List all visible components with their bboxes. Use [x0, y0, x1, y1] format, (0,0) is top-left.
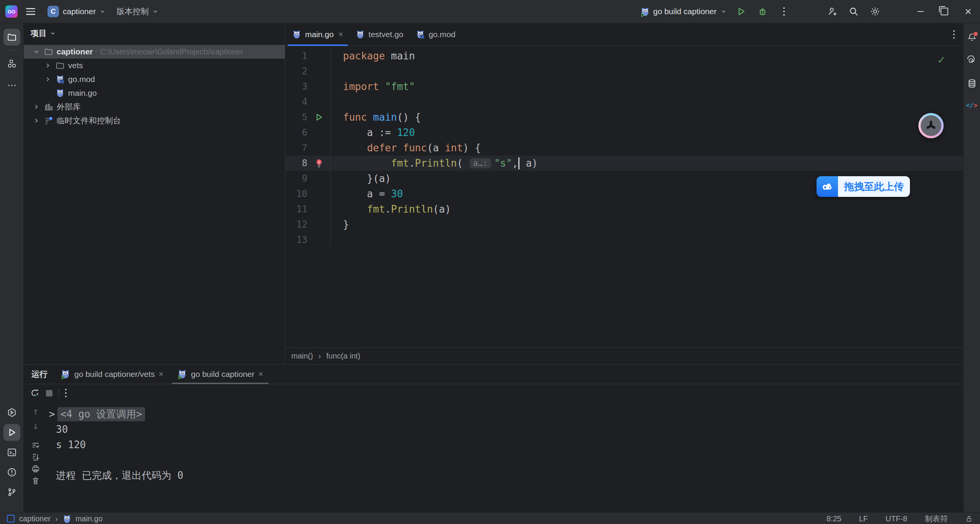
- gutter-run-icon[interactable]: [307, 113, 330, 122]
- close-tab-icon[interactable]: ×: [338, 29, 343, 39]
- breadcrumb-item[interactable]: func(a int): [326, 352, 360, 360]
- ai-assistant-button[interactable]: [967, 56, 977, 66]
- clear-console-button[interactable]: [31, 476, 40, 485]
- divider: [7, 50, 17, 51]
- code-line-7[interactable]: 7 defer func(a int) {: [285, 140, 963, 156]
- restore-button[interactable]: [933, 0, 956, 23]
- chevron-right-icon[interactable]: [44, 62, 52, 69]
- gutter-bulb-icon[interactable]: !: [307, 159, 330, 168]
- code-line-1[interactable]: 1package main: [285, 48, 963, 64]
- code-line-11[interactable]: 11 fmt.Println(a): [285, 201, 963, 217]
- scroll-to-end-button[interactable]: [31, 452, 40, 462]
- tool-git-button[interactable]: [3, 484, 20, 501]
- code-line-2[interactable]: 2: [285, 64, 963, 79]
- chevron-down-icon[interactable]: [32, 48, 41, 55]
- code-token: [343, 142, 367, 154]
- code-line-3[interactable]: 3import "fmt": [285, 79, 963, 94]
- search-icon: [848, 6, 859, 17]
- netdisk-upload-widget[interactable]: 拖拽至此上传: [817, 176, 910, 197]
- rerun-icon: [30, 388, 40, 398]
- code-line-6[interactable]: 6 a := 120: [285, 125, 963, 140]
- editor-tab-testvet.go[interactable]: testvet.go: [350, 23, 410, 46]
- inspection-ok-icon[interactable]: ✓: [938, 53, 945, 66]
- close-tab-icon[interactable]: ×: [158, 369, 163, 379]
- notifications-button[interactable]: [967, 33, 977, 43]
- run-options-button[interactable]: [65, 389, 67, 397]
- statusbar-file[interactable]: main.go: [75, 514, 103, 523]
- stop-button[interactable]: [46, 390, 52, 396]
- code-line-4[interactable]: 4: [285, 94, 963, 110]
- vcs-widget[interactable]: 版本控制: [111, 3, 164, 20]
- tool-problems-button[interactable]: [3, 464, 20, 481]
- tree-item-外部库[interactable]: 外部库: [24, 100, 285, 114]
- code-line-8[interactable]: 8! fmt.Println( a…:"s", a): [285, 156, 963, 171]
- floating-assistant-button[interactable]: [918, 113, 944, 138]
- tab-label: go.mod: [429, 30, 456, 39]
- editor-tab-options-button[interactable]: [953, 30, 955, 39]
- close-button[interactable]: ×: [956, 0, 980, 23]
- code-line-13[interactable]: 13: [285, 232, 963, 247]
- tree-item-vets[interactable]: vets: [24, 59, 285, 72]
- tool-run-button[interactable]: [3, 424, 20, 441]
- up-stacktrace-button[interactable]: ↑: [33, 406, 39, 417]
- code-token: main: [373, 111, 397, 123]
- editor-tab-main.go[interactable]: main.go×: [286, 23, 350, 46]
- play-icon: [736, 7, 746, 16]
- breadcrumb-item[interactable]: main(): [291, 352, 313, 360]
- chevron-right-icon[interactable]: [32, 103, 41, 110]
- line-ending[interactable]: LF: [859, 514, 868, 523]
- print-button[interactable]: [31, 464, 40, 473]
- console-fold-arrow[interactable]: >: [49, 408, 55, 420]
- code-token: [343, 203, 367, 215]
- settings-button[interactable]: [864, 3, 886, 20]
- chevron-right-icon[interactable]: [44, 76, 52, 83]
- run-configuration-selector[interactable]: go build captioner: [636, 7, 730, 16]
- endpoints-button[interactable]: </>: [966, 102, 978, 109]
- console-output[interactable]: > <4 go 设置调用> 30 s 120 进程 已完成，退出代码为 0: [47, 402, 963, 512]
- code-token: (: [427, 142, 433, 154]
- tree-item-main.go[interactable]: main.go: [24, 86, 285, 100]
- file-encoding[interactable]: UTF-8: [885, 514, 907, 523]
- tool-terminal-button[interactable]: [3, 444, 20, 461]
- unlock-icon[interactable]: [965, 515, 973, 522]
- minimize-button[interactable]: [909, 0, 933, 23]
- tree-item-captioner[interactable]: captionerC:\Users\meowr\GolandProjects\c…: [24, 45, 285, 59]
- chevron-right-icon[interactable]: [32, 117, 41, 124]
- down-stacktrace-button[interactable]: ↓: [33, 420, 39, 431]
- close-tab-icon[interactable]: ×: [258, 369, 263, 379]
- more-actions-button[interactable]: [773, 3, 795, 20]
- run-tab-go build captioner/vets[interactable]: go build captioner/vets×: [54, 365, 170, 384]
- trash-icon: [31, 476, 40, 485]
- code-token: }: [343, 219, 349, 230]
- run-tab-go build captioner[interactable]: go build captioner×: [170, 365, 270, 384]
- tool-structure-button[interactable]: [3, 55, 20, 72]
- tool-services-button[interactable]: [3, 404, 20, 421]
- statusbar-project[interactable]: captioner: [19, 514, 51, 523]
- code-line-12[interactable]: 12}: [285, 217, 963, 232]
- run-button[interactable]: [730, 3, 752, 20]
- project-name: captioner: [63, 7, 96, 16]
- tree-item-go.mod[interactable]: go.mod: [24, 72, 285, 86]
- line-number: 6: [285, 127, 307, 138]
- tree-item-临时文件和控制台[interactable]: 临时文件和控制台: [24, 114, 285, 128]
- soft-wrap-button[interactable]: [31, 440, 40, 450]
- chevron-down-icon[interactable]: [50, 30, 56, 36]
- editor-tab-go.mod[interactable]: go.mod: [410, 23, 462, 46]
- console-folded-region[interactable]: <4 go 设置调用>: [57, 407, 145, 421]
- indent-mode[interactable]: 制表符: [925, 514, 948, 524]
- tool-project-button[interactable]: [3, 29, 20, 46]
- line-number: 5: [285, 112, 307, 123]
- rerun-button[interactable]: [30, 388, 40, 398]
- more-tool-windows-button[interactable]: [3, 75, 20, 92]
- line-number: 7: [285, 142, 307, 153]
- code-with-me-button[interactable]: [822, 3, 843, 20]
- main-menu-button[interactable]: [26, 8, 35, 15]
- project-widget[interactable]: C captioner: [42, 3, 111, 20]
- database-button[interactable]: [967, 79, 977, 88]
- debug-button[interactable]: [752, 3, 773, 20]
- run-config-name: go build captioner: [653, 7, 717, 16]
- code-line-5[interactable]: 5func main() {: [285, 110, 963, 125]
- caret-position[interactable]: 8:25: [826, 514, 841, 523]
- line-number: 2: [285, 66, 307, 77]
- search-everywhere-button[interactable]: [843, 3, 864, 20]
